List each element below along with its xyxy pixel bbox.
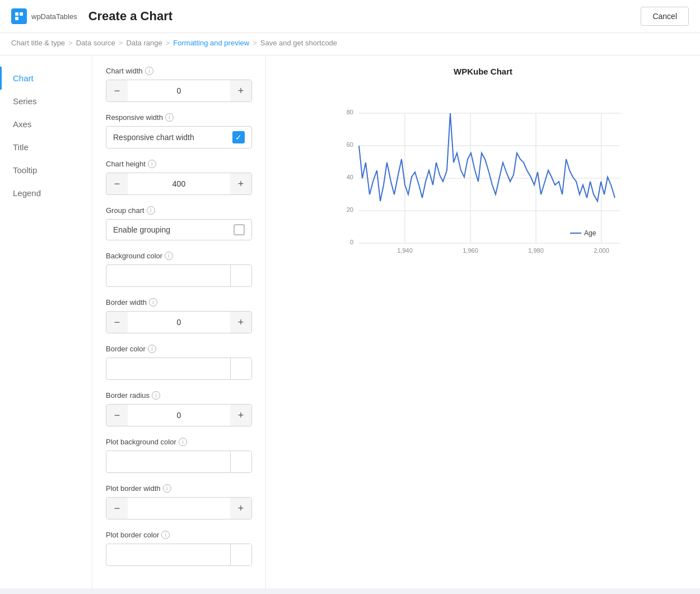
chart-height-input[interactable] <box>128 175 230 193</box>
chart-height-label: Chart height i <box>106 160 252 168</box>
cancel-button[interactable]: Cancel <box>641 7 689 26</box>
app-header: wpDataTables Create a Chart Cancel <box>0 0 700 33</box>
chart-container: WPKube Chart 0 20 40 60 80 <box>338 67 629 263</box>
border-radius-group: Border radius i − + <box>106 391 252 426</box>
group-chart-checkbox-row: Enable grouping <box>106 219 252 240</box>
responsive-width-checkbox[interactable]: ✓ <box>232 131 245 143</box>
chart-width-input[interactable] <box>128 82 230 100</box>
plot-border-width-label: Plot border width i <box>106 484 252 493</box>
chart-height-info-icon[interactable]: i <box>148 160 156 168</box>
plot-border-color-info-icon[interactable]: i <box>161 531 170 539</box>
border-color-group: Border color i <box>106 345 252 380</box>
border-width-input[interactable] <box>128 313 230 331</box>
background-color-info-icon[interactable]: i <box>165 252 173 260</box>
background-color-input-row <box>106 264 252 287</box>
logo-svg <box>14 11 24 21</box>
chart-panel: WPKube Chart 0 20 40 60 80 <box>266 55 700 588</box>
breadcrumb: Chart title & type > Data source > Data … <box>0 33 700 55</box>
group-chart-info-icon[interactable]: i <box>147 206 155 215</box>
breadcrumb-item-2[interactable]: Data source <box>76 39 115 47</box>
responsive-width-checkbox-label: Responsive chart width <box>113 133 227 142</box>
chart-height-decrement-button[interactable]: − <box>106 173 128 194</box>
chart-width-decrement-button[interactable]: − <box>106 80 128 101</box>
legend-label: Age <box>584 229 596 237</box>
plot-background-color-swatch[interactable] <box>230 451 251 472</box>
breadcrumb-item-5[interactable]: Save and get shortcode <box>260 39 337 47</box>
responsive-width-checkbox-row: Responsive chart width ✓ <box>106 126 252 148</box>
plot-border-color-input[interactable] <box>106 546 230 564</box>
chart-width-info-icon[interactable]: i <box>145 67 153 75</box>
border-color-swatch[interactable] <box>230 358 251 379</box>
plot-background-color-label: Plot background color i <box>106 438 252 446</box>
sidebar-item-tooltip[interactable]: Tooltip <box>0 159 92 182</box>
border-width-input-row: − + <box>106 311 252 333</box>
border-color-label: Border color i <box>106 345 252 353</box>
border-radius-decrement-button[interactable]: − <box>106 405 128 426</box>
sidebar-item-title[interactable]: Title <box>0 136 92 159</box>
plot-border-color-group: Plot border color i <box>106 531 252 566</box>
breadcrumb-sep-1: > <box>68 39 73 47</box>
sidebar-item-chart[interactable]: Chart <box>0 67 92 90</box>
enable-grouping-label: Enable grouping <box>113 225 228 234</box>
sidebar-item-axes[interactable]: Axes <box>0 113 92 136</box>
svg-text:1,980: 1,980 <box>528 247 544 254</box>
border-width-decrement-button[interactable]: − <box>106 312 128 333</box>
plot-border-width-info-icon[interactable]: i <box>163 484 171 493</box>
svg-text:0: 0 <box>349 239 353 245</box>
plot-background-color-info-icon[interactable]: i <box>179 438 187 446</box>
plot-background-color-input[interactable] <box>106 453 230 471</box>
plot-border-color-label: Plot border color i <box>106 531 252 539</box>
plot-background-color-group: Plot background color i <box>106 438 252 473</box>
background-color-group: Background color i <box>106 252 252 287</box>
border-radius-input-row: − + <box>106 404 252 426</box>
plot-border-width-input[interactable] <box>128 499 230 517</box>
border-width-info-icon[interactable]: i <box>149 298 157 307</box>
border-radius-info-icon[interactable]: i <box>152 391 160 400</box>
svg-text:2,000: 2,000 <box>594 247 609 254</box>
border-width-increment-button[interactable]: + <box>230 312 251 333</box>
sidebar: Chart Series Axes Title Tooltip Legend <box>0 55 92 588</box>
svg-text:60: 60 <box>346 141 353 148</box>
plot-border-width-group: Plot border width i − + <box>106 484 252 519</box>
chart-title: WPKube Chart <box>338 67 629 76</box>
svg-text:1,960: 1,960 <box>463 247 478 254</box>
border-width-label: Border width i <box>106 298 252 307</box>
sidebar-item-series[interactable]: Series <box>0 90 92 113</box>
background-color-input[interactable] <box>106 267 230 285</box>
chart-width-label: Chart width i <box>106 67 252 75</box>
breadcrumb-item-4[interactable]: Formatting and preview <box>173 39 249 47</box>
breadcrumb-sep-2: > <box>119 39 123 47</box>
group-chart-group: Group chart i Enable grouping <box>106 206 252 240</box>
border-width-group: Border width i − + <box>106 298 252 333</box>
plot-border-color-swatch[interactable] <box>230 544 251 565</box>
chart-width-group: Chart width i − + <box>106 67 252 102</box>
chart-height-increment-button[interactable]: + <box>230 173 251 194</box>
border-color-info-icon[interactable]: i <box>148 345 156 353</box>
plot-border-width-increment-button[interactable]: + <box>230 498 251 519</box>
breadcrumb-sep-3: > <box>166 39 170 47</box>
chart-width-increment-button[interactable]: + <box>230 80 251 101</box>
app-name-label: wpDataTables <box>31 12 77 21</box>
svg-rect-2 <box>15 17 18 20</box>
border-radius-input[interactable] <box>128 406 230 424</box>
svg-text:20: 20 <box>346 206 353 213</box>
breadcrumb-sep-4: > <box>253 39 257 47</box>
border-radius-increment-button[interactable]: + <box>230 405 251 426</box>
chart-line <box>359 113 615 201</box>
breadcrumb-item-3[interactable]: Data range <box>126 39 162 47</box>
plot-border-color-input-row <box>106 544 252 566</box>
svg-text:80: 80 <box>346 109 353 115</box>
plot-border-width-decrement-button[interactable]: − <box>106 498 128 519</box>
breadcrumb-item-1[interactable]: Chart title & type <box>11 39 65 47</box>
border-color-input-row <box>106 358 252 380</box>
chart-width-input-row: − + <box>106 80 252 102</box>
sidebar-item-legend[interactable]: Legend <box>0 182 92 205</box>
responsive-width-info-icon[interactable]: i <box>165 113 174 122</box>
enable-grouping-checkbox[interactable] <box>234 224 245 235</box>
background-color-swatch[interactable] <box>230 265 251 286</box>
logo-icon: wpDataTables <box>11 8 77 24</box>
border-color-input[interactable] <box>106 360 230 378</box>
background-color-label: Background color i <box>106 252 252 260</box>
page-title: Create a Chart <box>88 9 641 24</box>
chart-height-input-row: − + <box>106 173 252 195</box>
